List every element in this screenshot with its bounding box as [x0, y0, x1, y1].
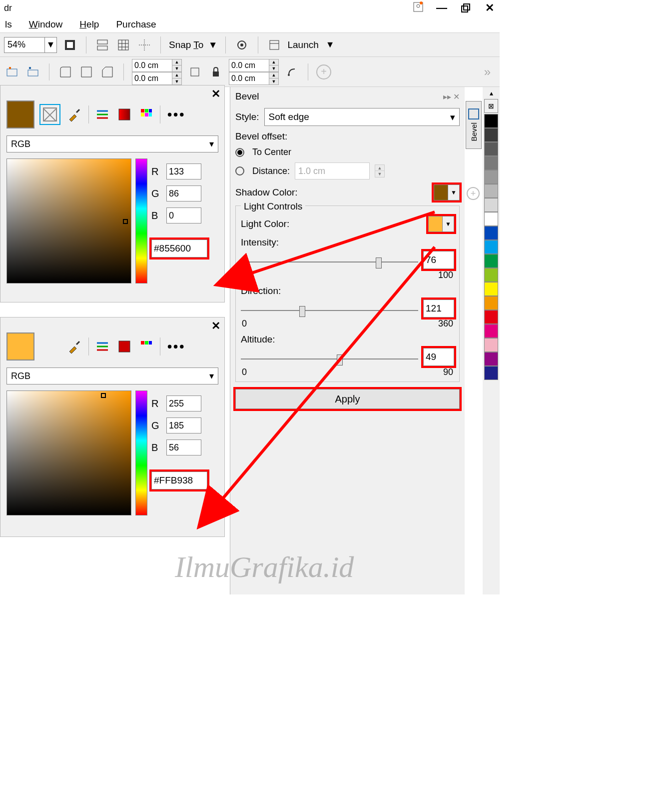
menu-window[interactable]: Window	[29, 19, 63, 30]
palette-swatch[interactable]	[484, 198, 498, 212]
hue-slider[interactable]	[135, 158, 147, 284]
menu-help[interactable]: Help	[79, 19, 99, 30]
color-model-dropdown[interactable]: RGB▾	[6, 368, 218, 384]
palettes-icon[interactable]	[138, 338, 155, 355]
palette-swatch[interactable]	[484, 114, 498, 128]
palette-swatch[interactable]	[484, 338, 498, 352]
altitude-slider[interactable]	[241, 352, 418, 362]
eyedropper-icon[interactable]	[65, 106, 83, 124]
options-icon[interactable]	[234, 37, 250, 53]
snap-to-menu[interactable]: Snap To ▼	[169, 40, 217, 50]
guides-icon[interactable]	[136, 37, 152, 53]
color-model-dropdown[interactable]: RGB▾	[6, 136, 218, 152]
launch-menu[interactable]: Launch	[287, 40, 318, 50]
menu-ls[interactable]: ls	[5, 19, 12, 30]
no-fill-icon[interactable]	[39, 104, 60, 125]
corner-round-icon[interactable]	[57, 64, 73, 80]
overflow-icon[interactable]: »	[484, 65, 491, 79]
add-preset-icon[interactable]: +	[316, 64, 331, 80]
palette-swatch[interactable]	[484, 352, 498, 366]
intensity-slider[interactable]	[241, 254, 418, 266]
to-center-radio[interactable]	[235, 148, 244, 157]
r-input[interactable]	[166, 396, 201, 412]
dim-input-2a[interactable]	[229, 59, 269, 72]
palette-swatch[interactable]	[484, 366, 498, 380]
palette-swatch[interactable]	[484, 184, 498, 198]
distance-radio[interactable]	[235, 166, 244, 176]
viewer-icon[interactable]	[116, 338, 133, 355]
collapse-icon[interactable]: ▸▸	[443, 92, 451, 101]
palette-swatch[interactable]	[484, 170, 498, 184]
hue-slider[interactable]	[135, 390, 147, 516]
presets-icon[interactable]	[4, 64, 20, 80]
hex-input[interactable]	[151, 472, 207, 490]
palette-up-icon[interactable]: ▴	[490, 89, 493, 99]
close-icon[interactable]: ✕	[453, 92, 460, 101]
apply-button[interactable]: Apply	[235, 389, 460, 409]
intensity-input[interactable]	[423, 251, 454, 269]
direction-input[interactable]	[423, 300, 454, 318]
shadow-color-button[interactable]: ▼	[434, 184, 460, 200]
close-icon[interactable]: ✕	[211, 320, 220, 332]
g-input[interactable]	[166, 418, 201, 434]
zoom-input[interactable]: ▼	[4, 37, 57, 53]
dim-input-1b[interactable]	[132, 72, 172, 85]
palette-swatch[interactable]	[484, 156, 498, 170]
palette-swatch[interactable]	[484, 282, 498, 296]
grid-icon[interactable]	[115, 37, 131, 53]
lock-icon[interactable]	[208, 64, 224, 80]
palette-swatch[interactable]	[484, 240, 498, 254]
sliders-icon[interactable]	[94, 106, 111, 123]
presets2-icon[interactable]	[25, 64, 41, 80]
b-input[interactable]	[166, 208, 201, 224]
minimize-button[interactable]: —	[436, 2, 448, 14]
fullscreen-icon[interactable]	[62, 37, 78, 53]
chevron-down-icon[interactable]: ▼	[326, 40, 335, 50]
corner-chamfer-icon[interactable]	[99, 64, 115, 80]
sliders-icon[interactable]	[94, 338, 111, 355]
separator	[308, 64, 308, 80]
zoom-value[interactable]	[4, 38, 44, 52]
menu-purchase[interactable]: Purchase	[116, 19, 156, 30]
palettes-icon[interactable]	[138, 106, 155, 123]
palette-swatch[interactable]	[484, 226, 498, 240]
r-input[interactable]	[166, 164, 201, 180]
palette-swatch[interactable]	[484, 324, 498, 338]
direction-slider[interactable]	[241, 303, 418, 314]
corner-scallop-icon[interactable]	[78, 64, 94, 80]
palette-swatch[interactable]	[484, 142, 498, 156]
bevel-tab[interactable]: Bevel	[466, 101, 482, 149]
account-icon[interactable]	[413, 2, 424, 15]
relative-scaling-icon[interactable]	[284, 64, 300, 80]
palette-swatch[interactable]	[484, 310, 498, 324]
more-options-icon[interactable]: •••	[167, 107, 185, 122]
b-input[interactable]	[166, 440, 201, 456]
restore-button[interactable]	[460, 2, 472, 14]
launch-icon[interactable]	[266, 37, 282, 53]
g-input[interactable]	[166, 186, 201, 202]
close-button[interactable]: ✕	[484, 2, 496, 14]
dim-input-2b[interactable]	[229, 72, 269, 85]
eyedropper-icon[interactable]	[65, 338, 83, 356]
distance-input[interactable]	[295, 162, 370, 180]
color-gradient[interactable]	[6, 390, 131, 516]
add-docker-icon[interactable]: +	[467, 187, 480, 200]
palette-swatch[interactable]	[484, 296, 498, 310]
more-options-icon[interactable]: •••	[167, 339, 185, 354]
rulers-icon[interactable]	[94, 37, 110, 53]
palette-swatch[interactable]	[484, 254, 498, 268]
close-icon[interactable]: ✕	[211, 88, 220, 100]
no-color-swatch[interactable]: ⊠	[484, 99, 498, 113]
palette-swatch[interactable]	[484, 128, 498, 142]
color-gradient[interactable]	[6, 158, 131, 284]
style-dropdown[interactable]: Soft edge▾	[264, 108, 460, 126]
dim-input-1a[interactable]	[132, 59, 172, 72]
palette-swatch[interactable]	[484, 268, 498, 282]
viewer-icon[interactable]	[116, 106, 133, 123]
altitude-input[interactable]	[423, 348, 454, 366]
palette-swatch[interactable]	[484, 212, 498, 226]
link-corners-icon[interactable]	[187, 64, 203, 80]
hex-input[interactable]	[151, 240, 207, 258]
zoom-dropdown-icon[interactable]: ▼	[44, 38, 56, 52]
light-color-button[interactable]: ▼	[428, 216, 454, 232]
